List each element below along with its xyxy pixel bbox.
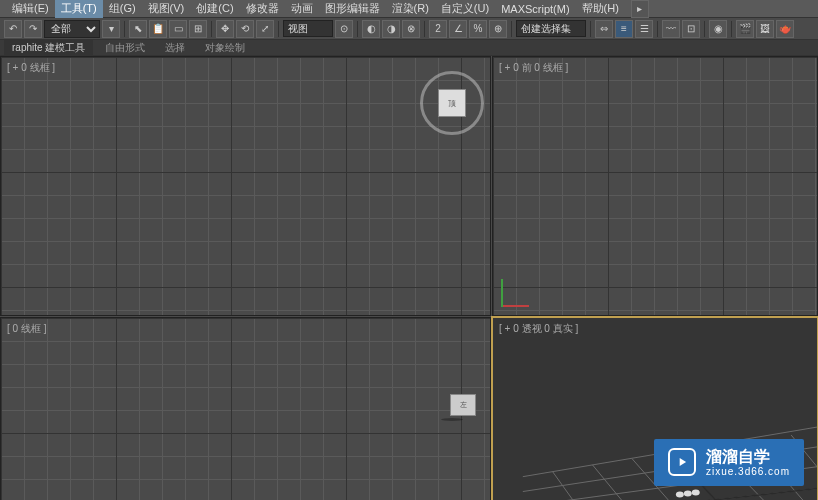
render-frame-icon[interactable]: 🖼 <box>756 20 774 38</box>
named-selection-input[interactable] <box>516 20 586 37</box>
scale-icon[interactable]: ⤢ <box>256 20 274 38</box>
window-icon[interactable]: ⊞ <box>189 20 207 38</box>
schematic-icon[interactable]: ⊡ <box>682 20 700 38</box>
main-toolbar: ↶ ↷ 全部 ▾ ⬉ 📋 ▭ ⊞ ✥ ⟲ ⤢ ⊙ ◐ ◑ ⊗ 2 ∠ % ⊕ ⇔… <box>0 18 818 40</box>
menu-icon-1[interactable]: ▸ <box>631 0 649 18</box>
svg-point-15 <box>676 492 684 498</box>
viewport-label-front[interactable]: [ + 0 前 0 线框 ] <box>499 61 568 75</box>
rotate-icon[interactable]: ⟲ <box>236 20 254 38</box>
coord-system-dropdown[interactable] <box>283 20 333 37</box>
menu-customize[interactable]: 自定义(U) <box>435 0 495 18</box>
snap-percent-icon[interactable]: % <box>469 20 487 38</box>
coord-center-icon[interactable]: ⊙ <box>335 20 353 38</box>
menu-help[interactable]: 帮助(H) <box>576 0 625 18</box>
svg-line-13 <box>523 489 817 500</box>
menu-maxscript[interactable]: MAXScript(M) <box>495 1 575 17</box>
snap-2d-icon[interactable]: 2 <box>429 20 447 38</box>
mirror-icon[interactable]: ⇔ <box>595 20 613 38</box>
grid-major-left <box>1 318 490 500</box>
watermark: 溜溜自学 zixue.3d66.com <box>654 439 804 486</box>
viewcube-left[interactable]: 左 <box>450 394 476 416</box>
align-icon[interactable]: ≡ <box>615 20 633 38</box>
grid-major-front <box>493 57 817 315</box>
axis-gizmo-front <box>501 267 541 307</box>
menu-group[interactable]: 组(G) <box>103 0 142 18</box>
viewcube-face-top[interactable]: 顶 <box>438 89 466 117</box>
svg-point-16 <box>684 491 692 497</box>
snap-spinner-icon[interactable]: ⊕ <box>489 20 507 38</box>
viewport-front[interactable]: [ + 0 前 0 线框 ] <box>492 56 818 316</box>
viewports-container: [ + 0 线框 ] 顶 [ + 0 前 0 线框 ] [ 0 线框 ] 左 <box>0 56 818 500</box>
menu-graph-editor[interactable]: 图形编辑器 <box>319 0 386 18</box>
cursor-icon[interactable]: ⬉ <box>129 20 147 38</box>
render-icon[interactable]: 🫖 <box>776 20 794 38</box>
menu-tools[interactable]: 工具(T) <box>55 0 103 18</box>
material-icon[interactable]: ◉ <box>709 20 727 38</box>
play-icon <box>668 448 696 476</box>
menu-animation[interactable]: 动画 <box>285 0 319 18</box>
menu-modifier[interactable]: 修改器 <box>240 0 285 18</box>
viewport-top[interactable]: [ + 0 线框 ] 顶 <box>0 56 491 316</box>
menu-edit[interactable]: 编辑(E) <box>6 0 55 18</box>
ribbon-tab-select[interactable]: 选择 <box>157 40 193 56</box>
ribbon-tab-graphite[interactable]: raphite 建模工具 <box>4 40 93 56</box>
curve-editor-icon[interactable]: 〰 <box>662 20 680 38</box>
grid-major-top <box>1 57 490 315</box>
svg-point-17 <box>692 490 700 496</box>
viewport-left[interactable]: [ 0 线框 ] 左 <box>0 317 491 500</box>
menu-render[interactable]: 渲染(R) <box>386 0 435 18</box>
snap-angle-icon[interactable]: ∠ <box>449 20 467 38</box>
manip-2-icon[interactable]: ◑ <box>382 20 400 38</box>
menu-view[interactable]: 视图(V) <box>142 0 191 18</box>
viewcube-top[interactable]: 顶 <box>430 81 474 125</box>
viewport-label-left[interactable]: [ 0 线框 ] <box>7 322 46 336</box>
watermark-url: zixue.3d66.com <box>706 466 790 478</box>
watermark-title: 溜溜自学 <box>706 447 790 466</box>
manip-1-icon[interactable]: ◐ <box>362 20 380 38</box>
select-name-icon[interactable]: 📋 <box>149 20 167 38</box>
undo-icon[interactable]: ↶ <box>4 20 22 38</box>
ribbon-tabs: raphite 建模工具 自由形式 选择 对象绘制 <box>0 40 818 56</box>
manip-3-icon[interactable]: ⊗ <box>402 20 420 38</box>
menu-create[interactable]: 创建(C) <box>190 0 239 18</box>
ribbon-tab-freeform[interactable]: 自由形式 <box>97 40 153 56</box>
viewport-label-top[interactable]: [ + 0 线框 ] <box>7 61 55 75</box>
layer-icon[interactable]: ☰ <box>635 20 653 38</box>
redo-icon[interactable]: ↷ <box>24 20 42 38</box>
ribbon-tab-paint[interactable]: 对象绘制 <box>197 40 253 56</box>
viewport-label-perspective[interactable]: [ + 0 透视 0 真实 ] <box>499 322 578 336</box>
select-icon[interactable]: ▾ <box>102 20 120 38</box>
select-rect-icon[interactable]: ▭ <box>169 20 187 38</box>
menu-bar: 编辑(E) 工具(T) 组(G) 视图(V) 创建(C) 修改器 动画 图形编辑… <box>0 0 818 18</box>
filter-dropdown[interactable]: 全部 <box>44 20 100 38</box>
svg-line-3 <box>523 489 817 500</box>
move-icon[interactable]: ✥ <box>216 20 234 38</box>
render-setup-icon[interactable]: 🎬 <box>736 20 754 38</box>
